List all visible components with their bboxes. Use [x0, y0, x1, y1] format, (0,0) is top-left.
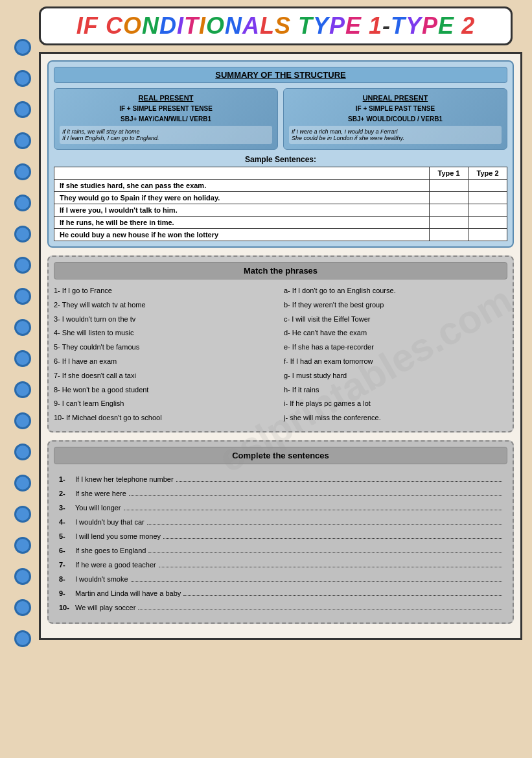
- table-row: If he runs, he will be there in time.: [54, 217, 507, 229]
- complete-text-8: I wouldn't smoke: [75, 572, 128, 586]
- spiral-ring: [14, 39, 31, 56]
- sentence-5: He could buy a new house if he won the l…: [54, 229, 430, 241]
- complete-text-5: I will lend you some money: [75, 529, 161, 543]
- complete-num-1: 1-: [59, 472, 75, 486]
- title-letter: P: [329, 12, 345, 39]
- spiral-ring: [14, 101, 31, 118]
- real-present-heading: REAL PRESENT: [60, 94, 272, 102]
- complete-num-7: 7-: [59, 558, 75, 572]
- complete-dots-8: [131, 574, 502, 582]
- complete-section: Complete the sentences 1- If I knew her …: [47, 440, 514, 624]
- match-right-f: f- If I had an exam tomorrow: [284, 355, 507, 368]
- match-section-header: Match the phrases: [54, 262, 507, 279]
- title-letter: O: [206, 12, 225, 39]
- unreal-present-heading: UNREAL PRESENT: [289, 94, 502, 102]
- complete-dots-1: [176, 474, 502, 482]
- match-left-8: 8- He won't be a good student: [54, 384, 277, 397]
- type1-check-3: [430, 204, 468, 217]
- complete-num-5: 5-: [59, 529, 75, 543]
- title-letter: N: [225, 12, 242, 39]
- title-letter: Y: [313, 12, 329, 39]
- match-left-3: 3- I wouldn't turn on the tv: [54, 313, 277, 326]
- match-left-4: 4- She will listen to music: [54, 327, 277, 340]
- complete-text-10: We will play soccer: [75, 600, 135, 615]
- complete-item-1: 1- If I knew her telephone number: [59, 472, 502, 486]
- title-letter: L: [260, 12, 275, 39]
- spiral-ring: [14, 381, 31, 398]
- page-title: IF CONDITIONALS TYPE 1-TYPE 2: [39, 6, 513, 45]
- table-row: They would go to Spain if they were on h…: [54, 192, 507, 204]
- type2-check-4: [468, 217, 507, 229]
- match-right-h: h- If it rains: [284, 384, 507, 397]
- type1-check-2: [430, 192, 468, 204]
- complete-text-6: If she goes to England: [75, 543, 146, 558]
- summary-title: SUMMARY OF THE STRUCTURE: [54, 67, 507, 83]
- spiral-ring: [14, 599, 31, 616]
- complete-item-5: 5- I will lend you some money: [59, 529, 502, 543]
- title-number1: 1: [369, 12, 382, 39]
- complete-dots-9: [183, 588, 502, 596]
- sample-title: Sample Sentences:: [54, 155, 507, 164]
- complete-text-3: You will longer: [75, 501, 121, 515]
- complete-num-2: 2-: [59, 486, 75, 501]
- spiral-ring: [14, 70, 31, 87]
- complete-item-2: 2- If she were here: [59, 486, 502, 501]
- summary-box-left: REAL PRESENT IF + SIMPLE PRESENT TENSE S…: [54, 88, 278, 150]
- col-type1: Type 1: [430, 167, 468, 180]
- title-dash: -: [382, 12, 391, 39]
- spiral-ring: [14, 132, 31, 149]
- unreal-present-structure1: IF + SIMPLE PAST TENSE: [289, 105, 502, 112]
- title-letter: S: [275, 12, 291, 39]
- complete-num-9: 9-: [59, 586, 75, 600]
- spiral-ring: [14, 226, 31, 243]
- match-right-col: a- If I don't go to an English course. b…: [284, 285, 507, 426]
- match-right-b: b- If they weren't the best group: [284, 299, 507, 312]
- complete-num-8: 8-: [59, 572, 75, 586]
- title-letter: I: [177, 12, 184, 39]
- spiral-ring: [14, 350, 31, 367]
- sentence-3: If I were you, I wouldn't talk to him.: [54, 204, 430, 217]
- match-left-9: 9- I can't learn English: [54, 397, 277, 410]
- complete-item-8: 8- I wouldn't smoke: [59, 572, 502, 586]
- complete-num-10: 10-: [59, 600, 75, 615]
- unreal-present-structure2: SBJ+ WOULD/COULD / VERB1: [289, 115, 502, 123]
- type1-check-5: [430, 229, 468, 241]
- complete-dots-6: [148, 545, 502, 553]
- spiral-ring: [14, 257, 31, 274]
- title-letter-f: F: [84, 12, 98, 39]
- spiral-ring: [14, 319, 31, 336]
- table-row: If I were you, I wouldn't talk to him.: [54, 204, 507, 217]
- title-letter: T: [184, 12, 199, 39]
- match-right-i: i- If he plays pc games a lot: [284, 397, 507, 410]
- match-left-1: 1- If I go to France: [54, 285, 277, 298]
- complete-dots-7: [159, 560, 502, 567]
- unreal-present-examples: If I were a rich man, I would buy a Ferr…: [289, 126, 502, 144]
- summary-section: SUMMARY OF THE STRUCTURE REAL PRESENT IF…: [47, 60, 514, 248]
- spiral-ring: [14, 475, 31, 492]
- title-letter: T: [298, 12, 313, 39]
- title-letter-i: I: [76, 12, 84, 39]
- title-number2: 2: [461, 12, 475, 39]
- match-left-col: 1- If I go to France 2- They will watch …: [54, 285, 277, 426]
- main-content: SUMMARY OF THE STRUCTURE REAL PRESENT IF…: [39, 52, 522, 640]
- title-letter: E: [438, 12, 454, 39]
- title-letter: N: [142, 12, 159, 39]
- complete-num-3: 3-: [59, 501, 75, 515]
- spiral-ring: [14, 568, 31, 585]
- match-right-d: d- He can't have the exam: [284, 327, 507, 340]
- real-present-structure1: IF + SIMPLE PRESENT TENSE: [60, 105, 272, 112]
- spiral-ring: [14, 537, 31, 554]
- complete-dots-10: [138, 602, 502, 610]
- complete-item-4: 4- I wouldn't buy that car: [59, 515, 502, 529]
- complete-item-6: 6- If she goes to England: [59, 543, 502, 558]
- complete-dots-2: [129, 488, 502, 496]
- match-left-5: 5- They couldn't be famous: [54, 341, 277, 354]
- complete-item-7: 7- If he were a good teacher: [59, 558, 502, 572]
- sentence-1: If she studies hard, she can pass the ex…: [54, 180, 430, 192]
- complete-text-7: If he were a good teacher: [75, 558, 156, 572]
- spiral-ring: [14, 195, 31, 211]
- match-left-6: 6- If I have an exam: [54, 355, 277, 368]
- match-left-7: 7- If she doesn't call a taxi: [54, 370, 277, 383]
- title-word-c: C: [106, 12, 123, 39]
- match-left-2: 2- They will watch tv at home: [54, 299, 277, 312]
